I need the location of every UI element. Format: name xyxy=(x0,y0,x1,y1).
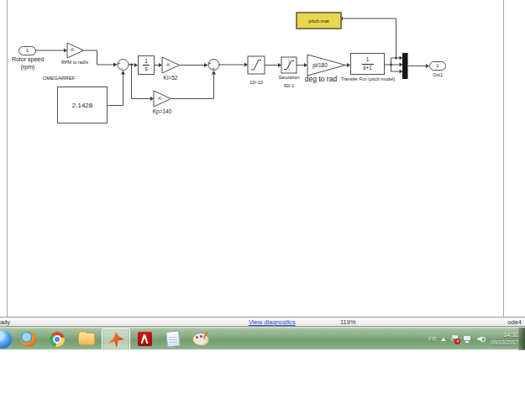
arrowhead-icon xyxy=(400,63,403,67)
volume-icon[interactable] xyxy=(477,335,486,343)
kp-gain-value: -K- xyxy=(155,97,165,101)
taskbar-button-paint[interactable] xyxy=(188,328,213,349)
diagram-wires-layer: + - + + xyxy=(0,0,525,317)
sum2-sign-left: + xyxy=(208,60,211,66)
inport-label-line1: Rotor speed xyxy=(2,56,54,62)
solver-indicator[interactable]: ode4 xyxy=(507,318,522,326)
paint-icon xyxy=(192,333,209,346)
ki-gain-value: -K- xyxy=(163,63,174,67)
transfer-fcn-numerator: 1 xyxy=(366,57,370,63)
outport-block[interactable]: 1 xyxy=(429,61,446,71)
kp-gain-label: Kp=140 xyxy=(145,108,179,114)
chrome-icon xyxy=(50,332,65,347)
arrowhead-icon xyxy=(121,71,125,75)
view-diagnostics-link[interactable]: View diagnostics xyxy=(249,318,296,326)
arrowhead-icon xyxy=(150,97,154,101)
transfer-fcn-label: Transfer Fcn (pitch model) xyxy=(333,76,402,81)
network-icon[interactable] xyxy=(464,336,472,343)
integrator-block[interactable]: 1 s xyxy=(138,55,155,75)
firefox-icon xyxy=(20,331,36,347)
taskbar-button-matlab[interactable] xyxy=(102,328,130,351)
windows-taskbar: FR 14:32 09/03/2017 xyxy=(0,327,525,349)
rpm-gain-value: -K- xyxy=(67,48,78,52)
deg2rad-gain-value: pi/180 xyxy=(308,62,332,68)
zoom-level-indicator: 119% xyxy=(340,318,356,326)
transfer-fcn-block[interactable]: 1 s+1 xyxy=(350,53,385,75)
branch-dot xyxy=(395,57,397,60)
integrator-denominator: s xyxy=(144,66,147,72)
arrowhead-icon xyxy=(278,63,281,67)
status-ready-text: Ready xyxy=(0,318,10,326)
sum2-sign-bottom: + xyxy=(213,66,215,71)
arrowhead-icon xyxy=(400,70,403,74)
matlab-icon xyxy=(108,332,124,348)
folder-icon xyxy=(78,333,95,345)
taskbar-button-explorer[interactable] xyxy=(74,328,99,349)
show-hidden-icons-icon[interactable] xyxy=(441,338,446,341)
branch-dot xyxy=(390,64,392,66)
to-file-block[interactable]: pitch.mat xyxy=(296,12,342,29)
status-bar: Ready View diagnostics 119% ode4 xyxy=(0,317,525,327)
taskbar-button-notepad[interactable] xyxy=(160,328,186,349)
notepad-icon xyxy=(165,330,181,347)
taskbar-button-adobe-reader[interactable] xyxy=(132,328,157,349)
inport-block[interactable]: 1 xyxy=(18,46,36,55)
constant-block[interactable]: 2.1428 xyxy=(57,87,108,123)
tray-time: 14:32 xyxy=(491,332,518,339)
model-canvas[interactable]: + - + + 1 2.1428 1 s 1 s+1 pitch.mat 1 -… xyxy=(0,0,525,317)
sum1-sign-left: + xyxy=(118,60,120,66)
clock[interactable]: 14:32 09/03/2017 xyxy=(491,332,518,346)
internet-explorer-icon xyxy=(0,330,12,349)
arrowhead-icon xyxy=(304,63,307,67)
show-desktop-button[interactable] xyxy=(518,328,525,350)
taskbar-button-firefox[interactable] xyxy=(15,328,40,349)
system-tray: FR 14:32 09/03/2017 xyxy=(428,328,518,349)
arrowhead-icon xyxy=(244,63,248,67)
taskbar-button-chrome[interactable] xyxy=(45,328,70,349)
outport-label: Out1 xyxy=(421,72,454,77)
rpm-gain-label: RPM to rad/s xyxy=(50,60,100,65)
signal-line[interactable] xyxy=(391,58,400,65)
signal-line[interactable] xyxy=(391,65,400,71)
arrowhead-icon xyxy=(113,63,118,67)
adobe-reader-icon xyxy=(138,332,152,346)
taskbar-button-internet-explorer[interactable] xyxy=(0,328,15,349)
arrowhead-icon xyxy=(159,63,162,67)
ki-gain-label: Ki=52 xyxy=(154,75,187,81)
signal-line-to-file[interactable] xyxy=(343,18,396,58)
action-center-flag-icon[interactable] xyxy=(451,335,459,344)
arrowhead-icon xyxy=(400,56,403,60)
signal-line[interactable] xyxy=(108,74,123,106)
transfer-fcn-denominator: s+1 xyxy=(363,66,372,71)
constant-label: OMEGARREF xyxy=(24,76,94,81)
tray-date: 09/03/2017 xyxy=(491,339,518,346)
language-indicator[interactable]: FR xyxy=(428,336,436,342)
inport-label-line2: (rpm) xyxy=(2,64,54,70)
branch-dot xyxy=(130,64,133,66)
mux-block[interactable] xyxy=(402,53,408,79)
integrator-numerator: 1 xyxy=(144,59,148,65)
arrowhead-icon xyxy=(212,71,216,75)
saturation-range-label: 90/-1 xyxy=(272,83,306,88)
sum1-sign-bottom: - xyxy=(122,66,123,71)
arrowhead-icon xyxy=(204,63,208,67)
rate-limiter-label: 10/-10 xyxy=(239,80,273,85)
